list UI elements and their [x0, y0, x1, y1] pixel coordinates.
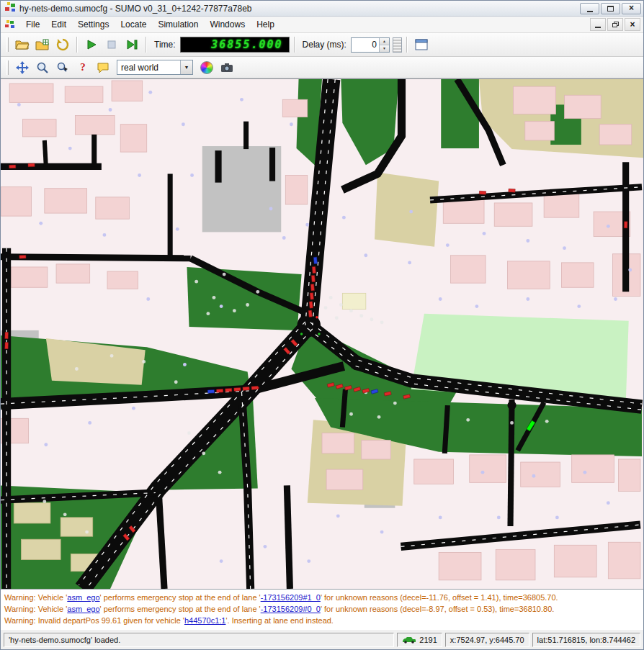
mdi-restore-button[interactable]	[607, 18, 623, 31]
delay-value[interactable]: 0	[352, 38, 379, 52]
stop-button[interactable]	[102, 35, 121, 54]
viewport-button[interactable]	[53, 58, 72, 77]
open-config-button[interactable]	[13, 35, 32, 54]
coloring-scheme-value: real world	[117, 63, 180, 73]
minimize-icon	[595, 27, 601, 28]
titlebar[interactable]: hy-nets-demo.sumocfg - SUMO v0_31_0+1242…	[1, 1, 643, 17]
open-config-icon	[15, 39, 30, 50]
restore-icon	[612, 23, 617, 27]
menu-settings[interactable]: Settings	[72, 17, 115, 32]
new-view-icon	[415, 39, 428, 50]
cursor-latlon-panel: lat:51.716815, lon:8.744462	[532, 633, 640, 647]
menu-file[interactable]: File	[20, 17, 45, 32]
zoom-button[interactable]	[33, 58, 52, 77]
mdi-minimize-button[interactable]	[590, 18, 606, 31]
toolbar-separator	[294, 37, 295, 53]
maximize-icon	[607, 6, 614, 12]
camera-icon	[220, 63, 233, 73]
stop-icon	[106, 39, 117, 50]
document-icon[interactable]	[4, 19, 17, 30]
log-line: Warning: Vehicle 'asm_ego' performs emer…	[4, 592, 640, 603]
cursor-xy-panel: x:7524.97, y:6445.70	[445, 633, 529, 647]
toolbar-separator	[146, 37, 147, 53]
log-text: ' for unknown reasons (decel=-8.97, offs…	[321, 605, 554, 613]
delay-dial[interactable]	[393, 37, 402, 53]
reload-icon	[56, 38, 69, 51]
toolbar-grip[interactable]	[6, 37, 9, 52]
question-icon: ?	[80, 61, 86, 73]
log-lane-link[interactable]: -173156209#1_0	[261, 593, 321, 602]
delay-down-button[interactable]: ▼	[380, 45, 389, 52]
log-text: Warning: Vehicle '	[4, 605, 67, 613]
new-view-button[interactable]	[412, 35, 431, 54]
menu-windows[interactable]: Windows	[204, 17, 251, 32]
statusbar: 'hy-nets-demo.sumocfg' loaded. 2191 x:75…	[1, 630, 643, 649]
vehicle-car-icon	[402, 636, 416, 644]
zoom-icon	[36, 61, 49, 74]
log-text: Warning: Invalid departPos 99.61 given f…	[4, 616, 184, 625]
log-line: Warning: Vehicle 'asm_ego' performs emer…	[4, 603, 640, 615]
log-vehicle-link[interactable]: asm_ego	[67, 605, 99, 613]
recenter-view-icon	[16, 61, 29, 74]
log-lane-link[interactable]: -173156209#0_0	[261, 605, 321, 613]
minimize-icon	[587, 11, 593, 12]
map-viewport[interactable]	[1, 78, 643, 589]
time-display: 36855.000	[180, 37, 290, 53]
time-label: Time:	[154, 40, 176, 50]
menu-help[interactable]: Help	[251, 17, 280, 32]
dropdown-arrow-icon[interactable]: ▼	[180, 60, 192, 74]
edit-coloring-button[interactable]	[197, 58, 216, 77]
step-icon	[126, 39, 138, 50]
vehicle-count: 2191	[419, 636, 437, 644]
map-canvas[interactable]	[1, 79, 643, 589]
log-text: ' performs emergency stop at the end of …	[100, 593, 261, 602]
cursor-xy: x:7524.97, y:6445.70	[450, 636, 524, 644]
log-text: Warning: Vehicle '	[4, 593, 67, 602]
main-toolbar: Time: 36855.000 Delay (ms): 0 ▲ ▼	[1, 33, 643, 57]
log-line: Warning: Invalid departPos 99.61 given f…	[4, 615, 640, 626]
step-button[interactable]	[122, 35, 141, 54]
menu-edit[interactable]: Edit	[45, 17, 72, 32]
status-message: 'hy-nets-demo.sumocfg' loaded.	[9, 636, 120, 644]
screenshot-button[interactable]	[218, 58, 236, 77]
close-icon: ×	[630, 20, 635, 29]
status-message-panel: 'hy-nets-demo.sumocfg' loaded.	[4, 633, 394, 647]
toolbar-separator	[406, 37, 408, 53]
minimize-button[interactable]	[580, 3, 599, 14]
reload-button[interactable]	[53, 35, 72, 54]
log-text: '. Inserting at lane end instead.	[225, 616, 333, 625]
coloring-scheme-select[interactable]: real world ▼	[117, 60, 193, 75]
viewport-icon	[56, 61, 69, 74]
menubar: File Edit Settings Locate Simulation Win…	[1, 17, 643, 33]
delay-up-button[interactable]: ▲	[380, 38, 389, 45]
message-log[interactable]: Warning: Vehicle 'asm_ego' performs emer…	[1, 589, 643, 630]
play-icon	[86, 39, 97, 50]
toolbar-separator	[76, 37, 78, 53]
close-button[interactable]: ×	[622, 3, 641, 14]
menu-locate[interactable]: Locate	[115, 17, 152, 32]
help-button[interactable]: ?	[73, 58, 92, 77]
close-icon: ×	[629, 4, 634, 12]
run-button[interactable]	[82, 35, 101, 54]
window-title: hy-nets-demo.sumocfg - SUMO v0_31_0+1242…	[19, 4, 576, 14]
log-vehicle-link[interactable]: asm_ego	[67, 593, 99, 602]
open-network-button[interactable]	[33, 35, 52, 54]
log-text: ' performs emergency stop at the end of …	[100, 605, 261, 613]
view-toolbar: ? real world ▼	[1, 57, 643, 78]
app-icon	[4, 1, 16, 15]
toolbar-grip[interactable]	[6, 60, 9, 75]
recenter-view-button[interactable]	[13, 58, 32, 77]
app-window: hy-nets-demo.sumocfg - SUMO v0_31_0+1242…	[0, 0, 644, 650]
cursor-latlon: lat:51.716815, lon:8.744462	[537, 636, 635, 644]
menu-simulation[interactable]: Simulation	[152, 17, 204, 32]
delay-spinbox[interactable]: 0 ▲ ▼	[351, 37, 390, 53]
log-vehicle-link[interactable]: h44570c1:1	[184, 616, 226, 625]
vehicle-count-panel: 2191	[397, 633, 442, 647]
open-network-icon	[35, 39, 50, 50]
tooltip-icon	[97, 62, 109, 73]
color-wheel-icon	[200, 61, 213, 74]
maximize-button[interactable]	[601, 3, 620, 14]
mdi-close-button[interactable]: ×	[625, 18, 640, 31]
log-text: ' for unknown reasons (decel=-11.76, off…	[321, 593, 558, 602]
tooltip-button[interactable]	[94, 58, 112, 77]
